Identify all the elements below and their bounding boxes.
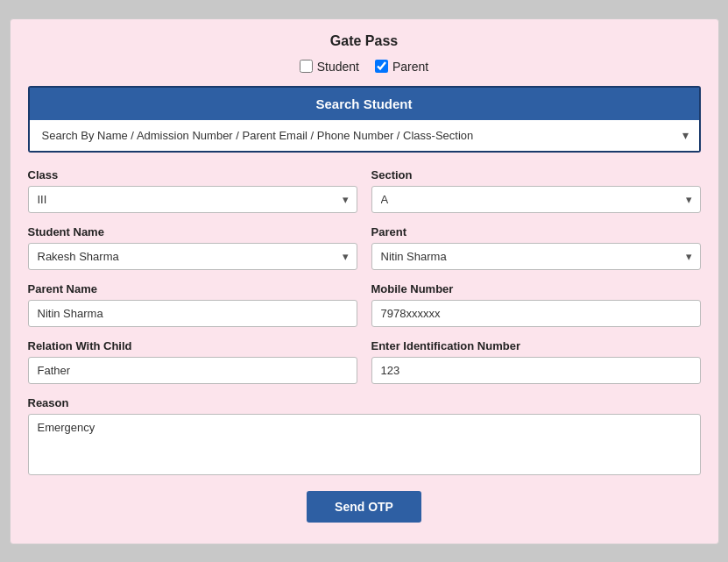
student-name-select[interactable]: Rakesh Sharma bbox=[28, 243, 357, 270]
identification-label: Enter Identification Number bbox=[371, 339, 701, 352]
student-name-field: Student Name Rakesh Sharma bbox=[28, 225, 357, 270]
class-section-row: Class III Section A bbox=[28, 168, 701, 213]
parent-label: Parent bbox=[392, 60, 428, 74]
reason-label: Reason bbox=[28, 396, 701, 409]
student-parent-row: Student Name Rakesh Sharma Parent Nitin … bbox=[28, 225, 701, 270]
section-field: Section A bbox=[371, 168, 701, 213]
student-label: Student bbox=[317, 60, 359, 74]
student-name-select-wrapper: Rakesh Sharma bbox=[28, 243, 357, 270]
section-select-wrapper: A bbox=[371, 186, 701, 213]
class-select-wrapper: III bbox=[28, 186, 357, 213]
parent-name-input[interactable] bbox=[28, 300, 357, 327]
relation-group: Relation With Child bbox=[28, 339, 357, 384]
student-name-label: Student Name bbox=[28, 225, 357, 238]
parent-checkbox[interactable] bbox=[375, 60, 388, 73]
search-dropdown-wrapper: Search By Name / Admission Number / Pare… bbox=[30, 120, 699, 151]
parent-select-wrapper: Nitin Sharma bbox=[371, 243, 701, 270]
parent-name-label: Parent Name bbox=[28, 282, 357, 295]
reason-row: Reason Emergency bbox=[28, 396, 701, 475]
class-select[interactable]: III bbox=[28, 186, 357, 213]
identification-input[interactable] bbox=[371, 357, 701, 384]
identification-group: Enter Identification Number bbox=[371, 339, 701, 384]
section-select[interactable]: A bbox=[371, 186, 701, 213]
relation-identification-row: Relation With Child Enter Identification… bbox=[28, 339, 701, 384]
parent-label: Parent bbox=[371, 225, 701, 238]
mobile-number-label: Mobile Number bbox=[371, 282, 701, 295]
parent-field: Parent Nitin Sharma bbox=[371, 225, 701, 270]
mobile-number-group: Mobile Number bbox=[371, 282, 701, 327]
send-otp-button[interactable]: Send OTP bbox=[307, 491, 421, 523]
checkbox-row: Student Parent bbox=[28, 60, 701, 74]
student-checkbox-label[interactable]: Student bbox=[300, 60, 359, 74]
relation-label: Relation With Child bbox=[28, 339, 357, 352]
reason-group: Reason Emergency bbox=[28, 396, 701, 475]
class-label: Class bbox=[28, 168, 357, 181]
student-checkbox[interactable] bbox=[300, 60, 313, 73]
search-header: Search Student bbox=[30, 88, 699, 120]
parent-checkbox-label[interactable]: Parent bbox=[375, 60, 428, 74]
gate-pass-card: Gate Pass Student Parent Search Student … bbox=[10, 18, 719, 544]
mobile-number-input[interactable] bbox=[371, 300, 701, 327]
parent-select[interactable]: Nitin Sharma bbox=[371, 243, 701, 270]
parent-name-group: Parent Name bbox=[28, 282, 357, 327]
search-dropdown[interactable]: Search By Name / Admission Number / Pare… bbox=[30, 120, 699, 151]
relation-input[interactable] bbox=[28, 357, 357, 384]
reason-textarea[interactable]: Emergency bbox=[28, 414, 701, 475]
send-otp-row: Send OTP bbox=[28, 491, 701, 523]
parent-name-mobile-row: Parent Name Mobile Number bbox=[28, 282, 701, 327]
page-title: Gate Pass bbox=[28, 33, 701, 49]
section-label: Section bbox=[371, 168, 701, 181]
class-field: Class III bbox=[28, 168, 357, 213]
search-section: Search Student Search By Name / Admissio… bbox=[28, 86, 701, 153]
